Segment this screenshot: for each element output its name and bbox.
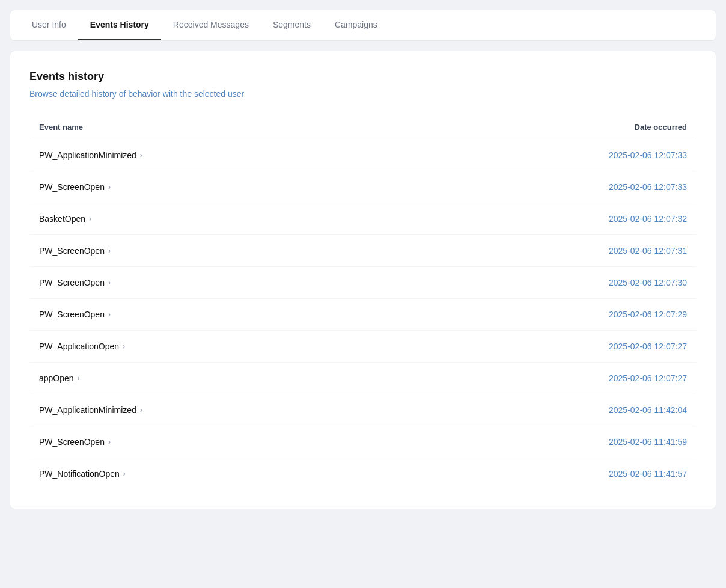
event-name-text: PW_ApplicationMinimized	[39, 150, 136, 160]
chevron-right-icon: ›	[108, 438, 111, 446]
event-name-text: PW_ScreenOpen	[39, 278, 105, 287]
event-name-cell[interactable]: PW_ScreenOpen›	[29, 299, 401, 331]
event-name-text: PW_ScreenOpen	[39, 246, 105, 256]
event-date: 2025-02-06 12:07:27	[401, 331, 697, 363]
event-date: 2025-02-06 12:07:29	[401, 299, 697, 331]
chevron-right-icon: ›	[140, 151, 142, 159]
main-content: Events history Browse detailed history o…	[10, 51, 716, 509]
event-name-cell[interactable]: PW_ScreenOpen›	[29, 267, 401, 299]
event-name-text: PW_ApplicationMinimized	[39, 405, 136, 415]
events-table: Event name Date occurred PW_ApplicationM…	[29, 115, 697, 489]
section-title: Events history	[29, 70, 697, 83]
tab-segments-label: Segments	[273, 20, 311, 29]
event-name-cell[interactable]: PW_ApplicationMinimized›	[29, 394, 401, 426]
event-name-cell[interactable]: appOpen›	[29, 363, 401, 394]
event-name-cell[interactable]: PW_NotificationOpen›	[29, 458, 401, 490]
event-name-text: BasketOpen	[39, 214, 85, 224]
tab-received-messages-label: Received Messages	[173, 20, 249, 29]
event-date: 2025-02-06 12:07:33	[401, 139, 697, 171]
chevron-right-icon: ›	[108, 183, 111, 191]
chevron-right-icon: ›	[140, 406, 142, 414]
chevron-right-icon: ›	[108, 278, 111, 287]
table-row: PW_ScreenOpen›2025-02-06 12:07:33	[29, 171, 697, 203]
event-date: 2025-02-06 12:07:27	[401, 363, 697, 394]
tab-campaigns[interactable]: Campaigns	[323, 10, 389, 40]
table-row: PW_NotificationOpen›2025-02-06 11:41:57	[29, 458, 697, 490]
section-subtitle: Browse detailed history of behavior with…	[29, 89, 697, 99]
table-row: PW_ScreenOpen›2025-02-06 11:41:59	[29, 426, 697, 458]
tab-events-history[interactable]: Events History	[78, 10, 161, 40]
chevron-right-icon: ›	[89, 215, 91, 223]
chevron-right-icon: ›	[123, 470, 126, 478]
tab-campaigns-label: Campaigns	[335, 20, 377, 29]
event-date: 2025-02-06 12:07:33	[401, 171, 697, 203]
event-name-cell[interactable]: PW_ScreenOpen›	[29, 235, 401, 267]
event-name-text: PW_NotificationOpen	[39, 469, 120, 479]
chevron-right-icon: ›	[108, 310, 111, 319]
page-container: User Info Events History Received Messag…	[0, 0, 726, 519]
tab-user-info[interactable]: User Info	[20, 10, 78, 40]
event-name-cell[interactable]: PW_ScreenOpen›	[29, 171, 401, 203]
tab-bar: User Info Events History Received Messag…	[10, 10, 716, 41]
event-name-text: PW_ApplicationOpen	[39, 341, 119, 351]
table-row: PW_ScreenOpen›2025-02-06 12:07:30	[29, 267, 697, 299]
event-name-cell[interactable]: PW_ApplicationOpen›	[29, 331, 401, 363]
chevron-right-icon: ›	[78, 374, 80, 382]
table-row: PW_ApplicationMinimized›2025-02-06 11:42…	[29, 394, 697, 426]
event-date: 2025-02-06 12:07:32	[401, 203, 697, 235]
table-row: PW_ScreenOpen›2025-02-06 12:07:29	[29, 299, 697, 331]
table-row: appOpen›2025-02-06 12:07:27	[29, 363, 697, 394]
tab-events-history-label: Events History	[90, 20, 149, 29]
table-row: PW_ApplicationMinimized›2025-02-06 12:07…	[29, 139, 697, 171]
event-name-text: appOpen	[39, 373, 74, 383]
col-date-occurred: Date occurred	[401, 115, 697, 139]
table-row: BasketOpen›2025-02-06 12:07:32	[29, 203, 697, 235]
event-name-text: PW_ScreenOpen	[39, 310, 105, 319]
event-date: 2025-02-06 11:41:59	[401, 426, 697, 458]
event-name-cell[interactable]: BasketOpen›	[29, 203, 401, 235]
event-name-text: PW_ScreenOpen	[39, 437, 105, 447]
tab-received-messages[interactable]: Received Messages	[161, 10, 261, 40]
tab-segments[interactable]: Segments	[261, 10, 323, 40]
table-row: PW_ScreenOpen›2025-02-06 12:07:31	[29, 235, 697, 267]
event-name-cell[interactable]: PW_ApplicationMinimized›	[29, 139, 401, 171]
event-date: 2025-02-06 12:07:30	[401, 267, 697, 299]
col-event-name: Event name	[29, 115, 401, 139]
tab-user-info-label: User Info	[32, 20, 66, 29]
chevron-right-icon: ›	[123, 342, 125, 351]
table-row: PW_ApplicationOpen›2025-02-06 12:07:27	[29, 331, 697, 363]
event-name-cell[interactable]: PW_ScreenOpen›	[29, 426, 401, 458]
event-date: 2025-02-06 12:07:31	[401, 235, 697, 267]
chevron-right-icon: ›	[108, 247, 111, 255]
event-date: 2025-02-06 11:41:57	[401, 458, 697, 490]
event-date: 2025-02-06 11:42:04	[401, 394, 697, 426]
event-name-text: PW_ScreenOpen	[39, 182, 105, 192]
